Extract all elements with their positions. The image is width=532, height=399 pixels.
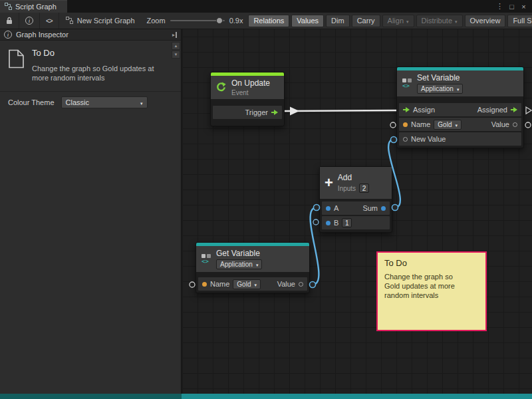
input-b-port[interactable] bbox=[326, 221, 331, 225]
flow-out-port[interactable] bbox=[511, 107, 517, 112]
svg-text:<>: <> bbox=[402, 82, 410, 88]
assigned-port-label: Assigned bbox=[477, 106, 507, 114]
variable-scope-dropdown[interactable]: Application ▾ bbox=[216, 259, 262, 269]
input-a-port[interactable] bbox=[326, 206, 331, 211]
values-button[interactable]: Values bbox=[291, 15, 324, 27]
input-a-label: A bbox=[334, 204, 338, 212]
add-icon: + bbox=[325, 176, 333, 190]
node-header: + Add Inputs 2 bbox=[320, 167, 392, 199]
graph-canvas[interactable]: To Do Change the graph so Gold updates a… bbox=[182, 29, 532, 394]
input-b-field[interactable]: 1 bbox=[342, 218, 352, 227]
graph-summary-title: To Do bbox=[32, 48, 164, 58]
zoom-value: 0.9x bbox=[229, 17, 243, 25]
unconnected-port-circle bbox=[190, 282, 195, 287]
node-subtitle: Inputs 2 bbox=[338, 184, 369, 193]
zoom-slider[interactable] bbox=[170, 20, 225, 21]
overview-button[interactable]: Overview bbox=[465, 15, 506, 27]
node-ports: A Sum B 1 bbox=[320, 199, 392, 232]
graph-name-button[interactable]: New Script Graph bbox=[59, 17, 142, 25]
status-bar-right bbox=[182, 394, 532, 399]
node-title: Add bbox=[338, 173, 369, 182]
zoom-label: Zoom bbox=[147, 17, 166, 25]
node-ports: Name Gold ▾ Value bbox=[196, 272, 309, 293]
tab-script-graph[interactable]: Script Graph bbox=[0, 0, 67, 13]
assign-port-row: Assign Assigned bbox=[399, 103, 521, 116]
node-get-variable[interactable]: <> Get Variable Application ▾ Name Gold bbox=[196, 242, 310, 293]
value-out-port[interactable] bbox=[513, 122, 517, 127]
a-sum-port-row: A Sum bbox=[322, 201, 390, 215]
node-ports: Trigger bbox=[211, 99, 284, 126]
value-wire-get-to-add bbox=[311, 207, 319, 285]
colour-theme-dropdown[interactable]: Classic ▾ bbox=[61, 96, 148, 108]
close-icon[interactable]: × bbox=[519, 3, 529, 11]
node-add[interactable]: + Add Inputs 2 A Sum bbox=[319, 166, 392, 233]
input-b-label: B bbox=[334, 219, 338, 227]
unconnected-port-circle bbox=[313, 219, 319, 225]
svg-text:<>: <> bbox=[201, 257, 209, 264]
chevron-down-icon: ▾ bbox=[455, 19, 458, 24]
colour-theme-row: Colour Theme Classic ▾ bbox=[0, 92, 181, 113]
trigger-port-row: Trigger bbox=[213, 106, 282, 119]
sticky-note[interactable]: To Do Change the graph so Gold updates a… bbox=[376, 251, 487, 331]
inputs-count-field[interactable]: 2 bbox=[359, 184, 369, 193]
script-graph-window: Script Graph ⋮ □ × i <> New Script Graph… bbox=[0, 0, 532, 399]
note-icon bbox=[8, 49, 25, 71]
sum-port-label: Sum bbox=[362, 204, 378, 212]
node-on-update[interactable]: On Update Event Trigger bbox=[210, 72, 285, 126]
distribute-button[interactable]: Distribute▾ bbox=[416, 15, 463, 27]
dock-icon[interactable]: ▸ bbox=[172, 32, 177, 38]
variable-name-dropdown[interactable]: Gold ▾ bbox=[434, 120, 462, 130]
new-value-port-row: New Value bbox=[399, 132, 521, 146]
variable-scope-dropdown[interactable]: Application ▾ bbox=[417, 84, 463, 94]
chevron-down-icon: ▾ bbox=[140, 101, 143, 106]
lock-button[interactable] bbox=[0, 13, 19, 29]
maximize-icon[interactable]: □ bbox=[507, 3, 517, 11]
name-port[interactable] bbox=[403, 122, 408, 127]
graph-toolbar: i <> New Script Graph Zoom 0.9x Relation… bbox=[0, 13, 532, 29]
code-preview-button[interactable]: <> bbox=[40, 13, 59, 29]
zoom-control: Zoom 0.9x bbox=[142, 17, 249, 25]
sticky-note-title: To Do bbox=[384, 258, 479, 268]
sum-out-port[interactable] bbox=[381, 206, 386, 211]
name-port-label: Name bbox=[411, 120, 430, 128]
status-bar-left bbox=[0, 394, 182, 399]
dim-button[interactable]: Dim bbox=[326, 15, 350, 27]
value-out-port[interactable] bbox=[299, 282, 303, 287]
new-value-port-label: New Value bbox=[411, 135, 446, 143]
lock-icon bbox=[6, 17, 13, 25]
carry-button[interactable]: Carry bbox=[352, 15, 380, 27]
unconnected-port-circle bbox=[390, 122, 396, 128]
new-value-port[interactable] bbox=[403, 137, 408, 142]
align-button[interactable]: Align▾ bbox=[382, 15, 414, 27]
node-subtitle: Event bbox=[231, 89, 270, 96]
tab-title: Script Graph bbox=[15, 3, 57, 11]
name-value-port-row: Name Gold ▾ Value bbox=[198, 277, 307, 291]
graph-inspector-header: i Graph Inspector ▸ bbox=[0, 29, 181, 41]
b-port-row: B 1 bbox=[322, 216, 390, 229]
variable-name-dropdown[interactable]: Gold ▾ bbox=[233, 279, 261, 289]
node-set-variable[interactable]: <> Set Variable Application ▾ Assign Ass… bbox=[396, 66, 524, 148]
toolbar-buttons: Relations Values Dim Carry Align▾ Distri… bbox=[248, 15, 532, 27]
name-port[interactable] bbox=[202, 282, 207, 287]
inspector-toggle-button[interactable]: i bbox=[19, 13, 40, 29]
tab-bar: Script Graph ⋮ □ × bbox=[0, 0, 532, 13]
window-menu-icon[interactable]: ⋮ bbox=[495, 2, 505, 11]
flow-in-port[interactable] bbox=[403, 107, 410, 112]
fullscreen-button[interactable]: Full S bbox=[507, 15, 532, 27]
node-header: <> Get Variable Application ▾ bbox=[196, 246, 309, 272]
graph-inspector-title: Graph Inspector bbox=[16, 31, 68, 39]
node-title: Set Variable bbox=[417, 73, 463, 82]
graph-summary-section: To Do Change the graph so Gold updates a… bbox=[0, 41, 181, 92]
node-title: Get Variable bbox=[216, 249, 262, 258]
name-port-label: Name bbox=[210, 280, 229, 288]
variables-icon: <> bbox=[402, 78, 412, 90]
script-graph-icon bbox=[5, 3, 12, 11]
graph-name-label: New Script Graph bbox=[77, 17, 135, 25]
relations-button[interactable]: Relations bbox=[248, 15, 289, 27]
sticky-note-text: Change the graph so Gold updates at more… bbox=[384, 272, 466, 300]
zoom-slider-handle[interactable] bbox=[216, 17, 223, 24]
chevron-down-icon: ▾ bbox=[256, 263, 259, 267]
flow-out-port[interactable] bbox=[271, 110, 278, 115]
info-icon: i bbox=[4, 31, 12, 39]
colour-theme-label: Colour Theme bbox=[8, 98, 55, 106]
